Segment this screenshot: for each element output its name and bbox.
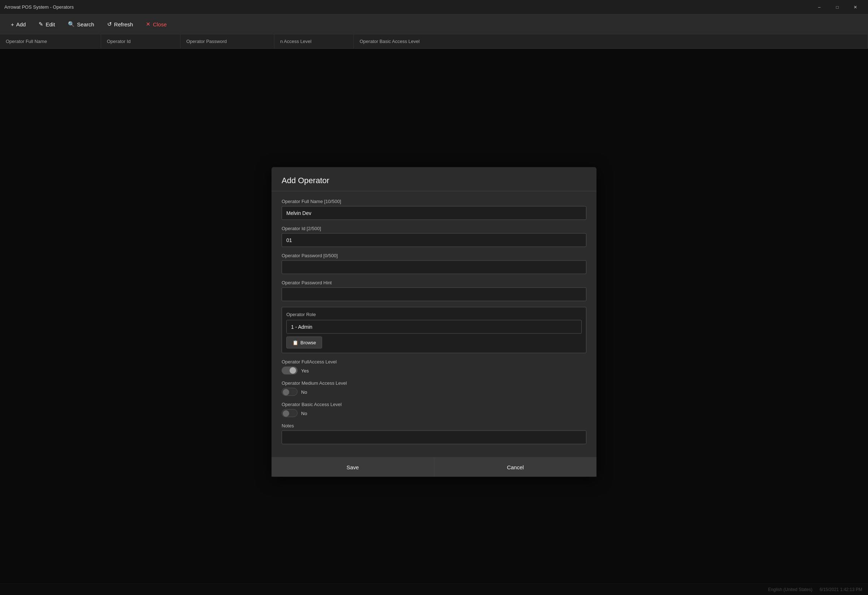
medium-access-toggle[interactable]: [282, 388, 298, 396]
edit-label: Edit: [46, 21, 55, 27]
full-name-input[interactable]: [282, 206, 586, 220]
browse-button[interactable]: 📋 Browse: [286, 337, 322, 349]
maximize-button[interactable]: □: [829, 2, 846, 13]
edit-icon: ✎: [38, 21, 43, 27]
operator-role-group: Operator Role 1 - Admin 📋 Browse: [282, 307, 586, 353]
full-name-group: Operator Full Name [10/500]: [282, 199, 586, 220]
col-full-name: Operator Full Name: [0, 34, 101, 49]
toolbar: + Add ✎ Edit 🔍 Search ↺ Refresh ✕ Close: [0, 15, 868, 34]
search-icon: 🔍: [68, 21, 75, 27]
window-title: Arrowat POS System - Operators: [4, 4, 74, 10]
operator-role-label: Operator Role: [286, 312, 582, 317]
refresh-icon: ↺: [107, 21, 112, 27]
basic-access-toggle-row: No: [282, 409, 586, 417]
full-access-group: Operator FullAccess Level Yes: [282, 359, 586, 374]
add-icon: +: [11, 21, 14, 27]
window-controls: – □ ✕: [811, 2, 864, 13]
save-button[interactable]: Save: [272, 458, 434, 477]
basic-access-status: No: [301, 410, 307, 416]
close-button[interactable]: ✕ Close: [141, 19, 171, 30]
content-area: Add Operator Operator Full Name [10/500]…: [0, 49, 868, 595]
full-access-label: Operator FullAccess Level: [282, 359, 586, 364]
col-password: Operator Password: [180, 34, 275, 49]
operator-id-label: Operator Id [2/500]: [282, 226, 586, 231]
browse-label: Browse: [300, 340, 316, 345]
close-label: Close: [153, 21, 167, 27]
password-label: Operator Password [0/500]: [282, 253, 586, 258]
password-hint-label: Operator Password Hint: [282, 280, 586, 286]
title-bar: Arrowat POS System - Operators – □ ✕: [0, 0, 868, 15]
close-window-button[interactable]: ✕: [847, 2, 864, 13]
notes-label: Notes: [282, 423, 586, 428]
dialog-title: Add Operator: [272, 167, 596, 191]
dialog-footer: Save Cancel: [272, 457, 596, 477]
add-button[interactable]: + Add: [6, 19, 31, 30]
cancel-button[interactable]: Cancel: [434, 458, 597, 477]
full-access-toggle[interactable]: [282, 367, 298, 374]
basic-access-label: Operator Basic Access Level: [282, 402, 586, 407]
notes-input[interactable]: [282, 431, 586, 444]
full-access-toggle-row: Yes: [282, 367, 586, 374]
full-access-status: Yes: [301, 368, 309, 373]
password-input[interactable]: [282, 260, 586, 274]
medium-access-status: No: [301, 389, 307, 395]
medium-access-label: Operator Medium Access Level: [282, 380, 586, 386]
search-label: Search: [77, 21, 94, 27]
operator-id-group: Operator Id [2/500]: [282, 226, 586, 247]
full-name-label: Operator Full Name [10/500]: [282, 199, 586, 204]
close-icon: ✕: [146, 21, 151, 27]
col-basic-access: Operator Basic Access Level: [354, 34, 868, 49]
password-hint-input[interactable]: [282, 287, 586, 301]
refresh-button[interactable]: ↺ Refresh: [102, 19, 138, 30]
add-operator-dialog: Add Operator Operator Full Name [10/500]…: [272, 167, 596, 477]
basic-access-toggle[interactable]: [282, 409, 298, 417]
minimize-button[interactable]: –: [811, 2, 828, 13]
search-button[interactable]: 🔍 Search: [63, 19, 99, 30]
medium-access-toggle-row: No: [282, 388, 586, 396]
notes-group: Notes: [282, 423, 586, 444]
operator-role-value: 1 - Admin: [286, 320, 582, 334]
add-label: Add: [16, 21, 26, 27]
col-access-level: n Access Level: [275, 34, 354, 49]
password-hint-group: Operator Password Hint: [282, 280, 586, 301]
table-header: Operator Full Name Operator Id Operator …: [0, 34, 868, 49]
refresh-label: Refresh: [114, 21, 133, 27]
col-id: Operator Id: [101, 34, 180, 49]
basic-access-group: Operator Basic Access Level No: [282, 402, 586, 417]
browse-icon: 📋: [292, 340, 298, 345]
dialog-body: Operator Full Name [10/500] Operator Id …: [272, 191, 596, 457]
password-group: Operator Password [0/500]: [282, 253, 586, 274]
medium-access-group: Operator Medium Access Level No: [282, 380, 586, 396]
edit-button[interactable]: ✎ Edit: [34, 19, 60, 30]
operator-id-input[interactable]: [282, 233, 586, 247]
